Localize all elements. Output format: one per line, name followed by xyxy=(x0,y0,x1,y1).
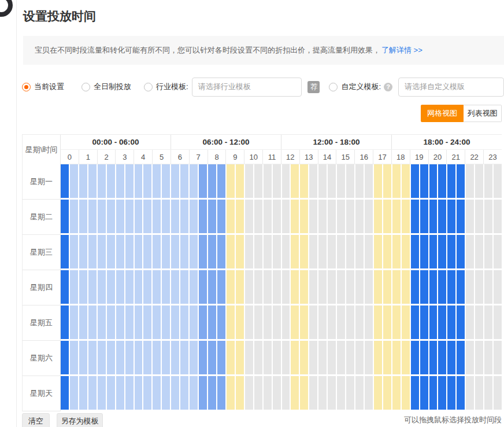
schedule-cell[interactable] xyxy=(245,235,254,268)
radio-industry-template[interactable] xyxy=(144,83,153,91)
schedule-cell[interactable] xyxy=(300,200,309,233)
schedule-cell[interactable] xyxy=(217,164,227,198)
schedule-cell[interactable] xyxy=(143,305,153,339)
schedule-cell[interactable] xyxy=(217,235,227,268)
schedule-cell[interactable] xyxy=(392,305,402,339)
schedule-cell[interactable] xyxy=(447,341,457,374)
option-industry-template[interactable]: 行业模板: xyxy=(144,82,188,92)
schedule-cell[interactable] xyxy=(365,270,374,304)
schedule-cell[interactable] xyxy=(135,164,144,198)
schedule-cell[interactable] xyxy=(402,200,411,233)
schedule-cell[interactable] xyxy=(447,200,457,233)
schedule-cell[interactable] xyxy=(355,200,365,233)
radio-full-day[interactable] xyxy=(81,83,90,91)
schedule-cell[interactable] xyxy=(402,305,411,339)
schedule-cell[interactable] xyxy=(98,164,107,198)
schedule-cell[interactable] xyxy=(355,376,365,410)
schedule-cell[interactable] xyxy=(153,270,162,304)
schedule-cell[interactable] xyxy=(70,164,79,198)
schedule-cell[interactable] xyxy=(190,200,199,233)
schedule-cell[interactable] xyxy=(180,200,190,233)
schedule-cell[interactable] xyxy=(484,235,494,268)
schedule-cell[interactable] xyxy=(217,200,227,233)
schedule-cell[interactable] xyxy=(190,305,199,339)
schedule-cell[interactable] xyxy=(291,200,300,233)
schedule-cell[interactable] xyxy=(337,341,346,374)
schedule-cell[interactable] xyxy=(273,235,282,268)
schedule-cell[interactable] xyxy=(98,235,107,268)
schedule-cell[interactable] xyxy=(254,235,264,268)
schedule-cell[interactable] xyxy=(116,235,125,268)
learn-more-link[interactable]: 了解详情 >> xyxy=(381,45,423,56)
schedule-cell[interactable] xyxy=(346,376,355,410)
schedule-cell[interactable] xyxy=(107,200,116,233)
schedule-cell[interactable] xyxy=(328,200,337,233)
schedule-cell[interactable] xyxy=(429,164,439,198)
schedule-cell[interactable] xyxy=(346,341,355,374)
schedule-cell[interactable] xyxy=(153,200,162,233)
schedule-cell[interactable] xyxy=(447,305,457,339)
schedule-cell[interactable] xyxy=(309,164,318,198)
schedule-cell[interactable] xyxy=(264,341,273,374)
schedule-cell[interactable] xyxy=(180,341,190,374)
schedule-cell[interactable] xyxy=(135,376,144,410)
schedule-cell[interactable] xyxy=(309,270,318,304)
schedule-cell[interactable] xyxy=(88,164,98,198)
schedule-cell[interactable] xyxy=(190,376,199,410)
schedule-cell[interactable] xyxy=(457,376,466,410)
schedule-cell[interactable] xyxy=(236,341,245,374)
schedule-cell[interactable] xyxy=(300,305,309,339)
schedule-cell[interactable] xyxy=(70,200,79,233)
schedule-cell[interactable] xyxy=(264,200,273,233)
schedule-cell[interactable] xyxy=(245,164,254,198)
schedule-cell[interactable] xyxy=(264,235,273,268)
schedule-cell[interactable] xyxy=(171,164,180,198)
schedule-cell[interactable] xyxy=(254,270,264,304)
schedule-cell[interactable] xyxy=(438,164,447,198)
schedule-cell[interactable] xyxy=(264,305,273,339)
schedule-cell[interactable] xyxy=(162,376,171,410)
schedule-cell[interactable] xyxy=(190,270,199,304)
schedule-cell[interactable] xyxy=(475,305,484,339)
schedule-cell[interactable] xyxy=(180,305,190,339)
option-current-setting[interactable]: 当前设置 xyxy=(22,82,64,92)
schedule-cell[interactable] xyxy=(199,235,208,268)
schedule-cell[interactable] xyxy=(466,235,475,268)
schedule-cell[interactable] xyxy=(208,235,217,268)
schedule-cell[interactable] xyxy=(438,341,447,374)
schedule-cell[interactable] xyxy=(98,200,107,233)
schedule-cell[interactable] xyxy=(282,164,291,198)
grid-view-button[interactable]: 网格视图 xyxy=(421,105,464,122)
schedule-cell[interactable] xyxy=(61,376,70,410)
schedule-cell[interactable] xyxy=(217,270,227,304)
schedule-cell[interactable] xyxy=(208,164,217,198)
schedule-cell[interactable] xyxy=(208,200,217,233)
schedule-cell[interactable] xyxy=(208,270,217,304)
schedule-cell[interactable] xyxy=(374,270,383,304)
schedule-cell[interactable] xyxy=(227,376,236,410)
schedule-cell[interactable] xyxy=(245,270,254,304)
schedule-cell[interactable] xyxy=(199,305,208,339)
schedule-cell[interactable] xyxy=(199,376,208,410)
schedule-cell[interactable] xyxy=(171,341,180,374)
schedule-cell[interactable] xyxy=(457,235,466,268)
schedule-cell[interactable] xyxy=(143,270,153,304)
schedule-cell[interactable] xyxy=(346,235,355,268)
schedule-cell[interactable] xyxy=(217,305,227,339)
schedule-cell[interactable] xyxy=(309,200,318,233)
schedule-cell[interactable] xyxy=(236,200,245,233)
schedule-cell[interactable] xyxy=(438,200,447,233)
schedule-cell[interactable] xyxy=(61,235,70,268)
schedule-cell[interactable] xyxy=(309,341,318,374)
schedule-cell[interactable] xyxy=(309,235,318,268)
schedule-cell[interactable] xyxy=(438,270,447,304)
schedule-cell[interactable] xyxy=(337,164,346,198)
schedule-cell[interactable] xyxy=(291,164,300,198)
schedule-cell[interactable] xyxy=(98,341,107,374)
schedule-cell[interactable] xyxy=(135,235,144,268)
schedule-cell[interactable] xyxy=(420,164,429,198)
schedule-cell[interactable] xyxy=(282,305,291,339)
schedule-cell[interactable] xyxy=(116,164,125,198)
schedule-cell[interactable] xyxy=(282,341,291,374)
schedule-cell[interactable] xyxy=(79,270,88,304)
